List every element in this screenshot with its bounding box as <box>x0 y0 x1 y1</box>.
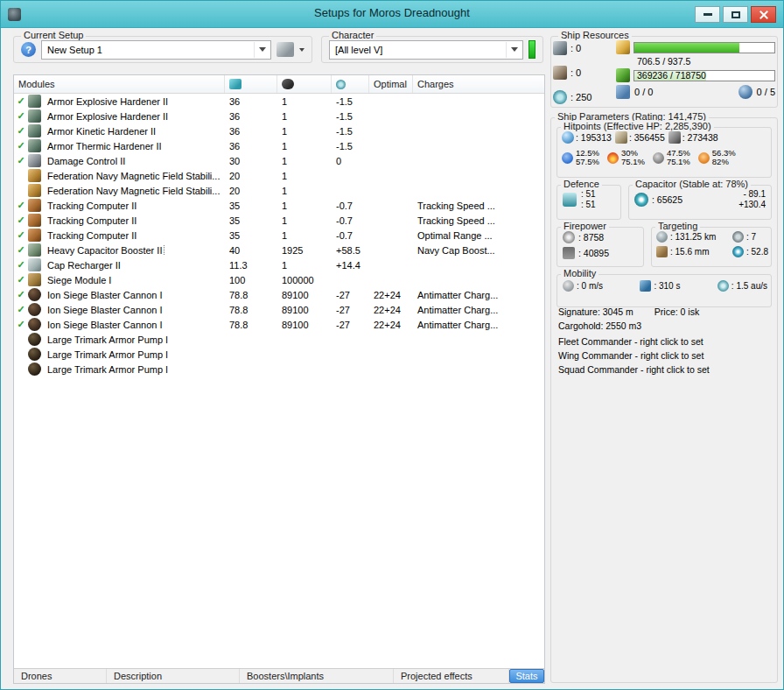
module-row[interactable]: ✓ Large Trimark Armor Pump I <box>14 332 544 347</box>
module-row[interactable]: ✓ Ion Siege Blaster Cannon I 78.8 89100 … <box>14 302 544 317</box>
module-cpu: 20 <box>225 171 277 181</box>
defence-value-1: : 51 <box>581 189 596 200</box>
drones-icon <box>738 85 752 99</box>
character-select[interactable]: [All level V] <box>329 40 523 60</box>
tab-stats[interactable]: Stats <box>509 669 544 683</box>
column-header-cpu[interactable] <box>225 75 277 93</box>
module-cap-use: +14.4 <box>332 260 369 271</box>
capacitor-group: Capacitor (Stable at: 78%) : 65625 - 89.… <box>628 185 772 220</box>
module-name: Tracking Computer II <box>46 215 225 226</box>
module-row[interactable]: ✓ Heavy Capacitor Booster II 40 1925 +58… <box>14 243 544 257</box>
module-name: Armor Explosive Hardener II <box>46 96 225 107</box>
ship-resources-label: Ship Resources <box>558 30 632 40</box>
module-row[interactable]: ✓ Siege Module I 100 100000 <box>14 272 544 287</box>
module-cap-use: -1.5 <box>332 96 369 107</box>
module-row[interactable]: ✓ Federation Navy Magnetic Field Stabili… <box>14 183 544 198</box>
powergrid-icon <box>616 68 630 82</box>
check-icon: ✓ <box>17 126 24 136</box>
maximize-button[interactable] <box>723 6 748 23</box>
modules-header[interactable]: Modules Optimal Charges <box>14 75 544 94</box>
module-powergrid: 1 <box>277 215 332 226</box>
module-row[interactable]: ✓ Armor Thermic Hardener II 36 1 -1.5 <box>14 138 544 153</box>
tools-icon[interactable] <box>276 42 294 57</box>
module-name: Federation Navy Magnetic Field Stabili..… <box>46 186 225 196</box>
bottom-tabbar: Drones Description Boosters\Implants Pro… <box>14 668 544 683</box>
capacitor-capacity: : 65625 <box>652 194 682 205</box>
volley-icon <box>563 231 575 243</box>
column-header-powergrid[interactable] <box>277 75 332 93</box>
module-icon <box>28 318 41 331</box>
minimize-button[interactable] <box>695 6 720 23</box>
module-icon <box>28 214 41 227</box>
check-icon: ✓ <box>17 156 24 165</box>
module-icon <box>28 273 41 286</box>
module-row[interactable]: ✓ Tracking Computer II 35 1 -0.7 Trackin… <box>14 213 544 228</box>
module-cpu: 35 <box>225 215 277 226</box>
module-powergrid: 1 <box>277 156 332 166</box>
max-targets-icon <box>732 231 744 243</box>
squad-commander-text[interactable]: Squad Commander - right click to set <box>558 364 710 375</box>
module-row[interactable]: ✓ Large Trimark Armor Pump I <box>14 347 544 362</box>
module-row[interactable]: ✓ Federation Navy Magnetic Field Stabili… <box>14 168 544 183</box>
module-row[interactable]: ✓ Ion Siege Blaster Cannon I 78.8 89100 … <box>14 317 544 332</box>
module-name: Ion Siege Blaster Cannon I <box>46 320 225 330</box>
module-icon <box>28 124 41 137</box>
price-text: Price: 0 isk <box>654 306 699 317</box>
module-icon <box>28 303 41 316</box>
module-row[interactable]: ✓ Armor Kinetic Hardener II 36 1 -1.5 <box>14 123 544 138</box>
cpu-text: 706.5 / 937.5 <box>616 56 775 67</box>
setup-select[interactable]: New Setup 1 <box>41 40 271 60</box>
tools-dropdown-icon[interactable] <box>299 48 304 52</box>
module-cpu: 35 <box>225 201 277 211</box>
module-row[interactable]: ✓ Cap Recharger II 11.3 1 +14.4 <box>14 257 544 272</box>
help-icon[interactable]: ? <box>21 42 36 57</box>
module-cpu: 35 <box>225 230 277 241</box>
tab-drones[interactable]: Drones <box>14 669 107 683</box>
scan-resolution-icon <box>656 246 668 257</box>
module-row[interactable]: ✓ Armor Explosive Hardener II 36 1 -1.5 <box>14 94 544 109</box>
check-icon: ✓ <box>17 290 24 299</box>
powergrid-bar: 369236 / 718750 <box>634 70 775 81</box>
module-row[interactable]: ✓ Ion Siege Blaster Cannon I 78.8 89100 … <box>14 287 544 302</box>
titlebar[interactable]: Setups for Moros Dreadnought <box>1 1 783 28</box>
column-header-charges[interactable]: Charges <box>413 75 544 93</box>
module-icon <box>28 288 41 301</box>
shield-hp: : 195313 <box>576 132 612 143</box>
align-time: : 310 s <box>654 281 680 291</box>
module-cpu: 36 <box>225 141 277 151</box>
armor-icon <box>615 131 627 144</box>
tab-description[interactable]: Description <box>107 669 240 683</box>
window-title: Setups for Moros Dreadnought <box>1 6 783 19</box>
tab-projected-effects[interactable]: Projected effects <box>394 669 509 683</box>
column-header-capacitor[interactable] <box>332 75 369 93</box>
module-row[interactable]: ✓ Tracking Computer II 35 1 -0.7 Trackin… <box>14 198 544 213</box>
module-row[interactable]: ✓ Armor Explosive Hardener II 36 1 -1.5 <box>14 109 544 123</box>
module-name: Large Trimark Armor Pump I <box>46 349 225 360</box>
module-icon <box>28 348 41 361</box>
module-row[interactable]: ✓ Large Trimark Armor Pump I <box>14 362 544 377</box>
wing-commander-text[interactable]: Wing Commander - right click to set <box>558 350 704 361</box>
tab-boosters-implants[interactable]: Boosters\Implants <box>240 669 394 683</box>
capacitor-label: Capacitor (Stable at: 78%) <box>633 179 751 189</box>
turret-slots: : 0 <box>570 43 581 53</box>
column-header-modules[interactable]: Modules <box>14 75 225 93</box>
module-list[interactable]: ✓ Armor Explosive Hardener II 36 1 -1.5 … <box>14 94 544 668</box>
fleet-commander-text[interactable]: Fleet Commander - right click to set <box>558 336 704 347</box>
module-row[interactable]: ✓ Damage Control II 30 1 0 <box>14 153 544 168</box>
defence-icon <box>563 193 577 207</box>
column-header-optimal[interactable]: Optimal <box>369 75 413 93</box>
minimize-icon <box>704 13 712 16</box>
module-charges: Tracking Speed ... <box>413 215 544 226</box>
chevron-down-icon <box>506 42 522 58</box>
thermal-armor-resist: 75.1% <box>621 158 645 166</box>
warp-speed-icon <box>718 280 729 292</box>
cpu-bar <box>634 42 775 53</box>
module-powergrid: 89100 <box>277 305 332 315</box>
module-cap-use: -1.5 <box>332 126 369 137</box>
module-name: Damage Control II <box>46 156 225 166</box>
module-icon <box>28 184 41 197</box>
module-icon <box>28 199 41 212</box>
close-button[interactable] <box>751 6 776 23</box>
module-icon <box>28 139 41 152</box>
module-row[interactable]: ✓ Tracking Computer II 35 1 -0.7 Optimal… <box>14 228 544 243</box>
